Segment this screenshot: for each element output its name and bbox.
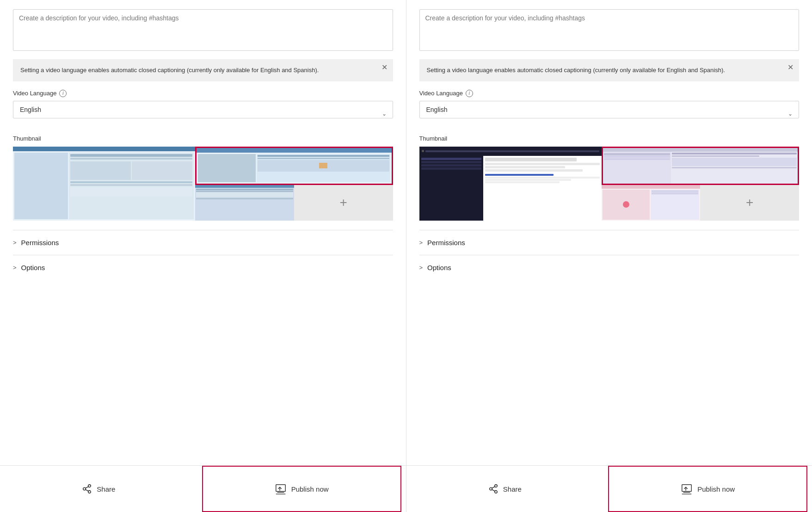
thumbnail-label-left: Thumbnail bbox=[13, 135, 393, 142]
options-label-left: Options bbox=[21, 264, 45, 271]
publish-label-right: Publish now bbox=[697, 485, 735, 493]
thumbnail-selected-right[interactable] bbox=[602, 147, 799, 185]
thumbnail-grid-left: + bbox=[13, 147, 393, 221]
banner-close-left[interactable]: ✕ bbox=[381, 64, 388, 71]
video-language-label-right: Video Language i bbox=[419, 90, 800, 97]
thumbnail-add-left[interactable]: + bbox=[294, 185, 393, 221]
thumbnail-small-left[interactable] bbox=[195, 185, 294, 221]
options-chevron-left: > bbox=[13, 264, 17, 271]
footer-right: Share Publish now bbox=[406, 466, 812, 512]
publish-icon-right bbox=[681, 483, 693, 495]
main-content: Setting a video language enables automat… bbox=[0, 0, 812, 465]
publish-label-left: Publish now bbox=[291, 485, 329, 493]
thumbnail-side-left: + bbox=[195, 147, 393, 221]
options-accordion-left[interactable]: > Options bbox=[13, 255, 393, 280]
share-label-right: Share bbox=[503, 485, 522, 493]
permissions-accordion-right[interactable]: > Permissions bbox=[419, 230, 800, 255]
banner-close-right[interactable]: ✕ bbox=[787, 64, 794, 71]
thumbnail-small-right[interactable] bbox=[602, 185, 701, 221]
permissions-label-left: Permissions bbox=[21, 239, 59, 247]
right-panel: Setting a video language enables automat… bbox=[406, 0, 812, 465]
video-language-info-icon-right: i bbox=[466, 90, 473, 97]
language-select-wrapper-right: English Spanish French German Japanese C… bbox=[419, 101, 800, 127]
publish-button-right[interactable]: Publish now bbox=[608, 466, 807, 512]
banner-text-right: Setting a video language enables automat… bbox=[427, 67, 725, 74]
thumbnail-add-right[interactable]: + bbox=[700, 185, 799, 221]
info-banner-right: Setting a video language enables automat… bbox=[419, 59, 800, 81]
permissions-accordion-left[interactable]: > Permissions bbox=[13, 230, 393, 255]
thumbnail-bottom-row-left: + bbox=[195, 185, 393, 221]
thumbnail-bottom-row-right: + bbox=[602, 185, 799, 221]
language-select-wrapper-left: English Spanish French German Japanese C… bbox=[13, 101, 393, 127]
thumbnail-grid-right: + bbox=[419, 147, 800, 221]
footer-left: Share Publish now bbox=[0, 466, 406, 512]
thumbnail-main-left[interactable] bbox=[13, 147, 195, 221]
video-language-label-left: Video Language i bbox=[13, 90, 393, 97]
share-button-left[interactable]: Share bbox=[0, 466, 197, 512]
options-accordion-right[interactable]: > Options bbox=[419, 255, 800, 280]
options-chevron-right: > bbox=[419, 264, 423, 271]
thumbnail-main-right[interactable] bbox=[419, 147, 602, 221]
thumbnail-label-right: Thumbnail bbox=[419, 135, 800, 142]
permissions-chevron-right: > bbox=[419, 239, 423, 246]
thumbnail-selected-left[interactable] bbox=[195, 147, 393, 185]
permissions-label-right: Permissions bbox=[427, 239, 465, 247]
info-banner-left: Setting a video language enables automat… bbox=[13, 59, 393, 81]
banner-text-left: Setting a video language enables automat… bbox=[20, 67, 319, 74]
video-language-info-icon-left: i bbox=[59, 90, 67, 97]
share-label-left: Share bbox=[97, 485, 115, 493]
publish-button-left[interactable]: Publish now bbox=[202, 466, 401, 512]
permissions-chevron-left: > bbox=[13, 239, 17, 246]
share-icon-left bbox=[82, 484, 92, 494]
share-button-right[interactable]: Share bbox=[406, 466, 604, 512]
description-input-right[interactable] bbox=[419, 9, 800, 51]
options-label-right: Options bbox=[427, 264, 451, 271]
language-select-left[interactable]: English Spanish French German Japanese C… bbox=[13, 101, 393, 118]
description-input-left[interactable] bbox=[13, 9, 393, 51]
thumbnail-side-right: + bbox=[602, 147, 799, 221]
language-select-right[interactable]: English Spanish French German Japanese C… bbox=[419, 101, 800, 118]
share-icon-right bbox=[488, 484, 498, 494]
left-panel: Setting a video language enables automat… bbox=[0, 0, 406, 465]
footer-bar: Share Publish now Share bbox=[0, 465, 812, 512]
publish-icon-left bbox=[275, 483, 287, 495]
